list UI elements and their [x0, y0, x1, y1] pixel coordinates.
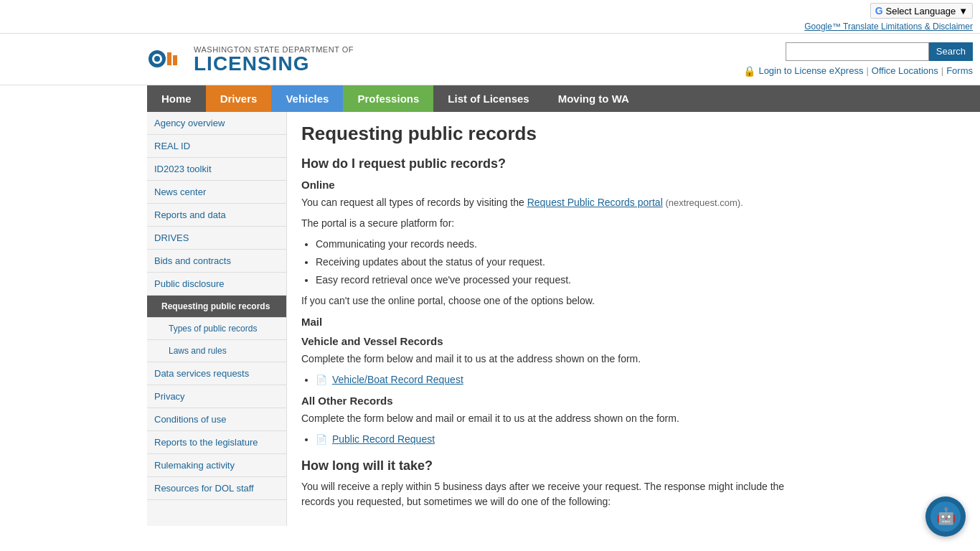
- svg-rect-3: [167, 52, 171, 65]
- subsection-all-other: All Other Records: [301, 395, 818, 407]
- sidebar-id2023-toolkit[interactable]: ID2023 toolkit: [147, 158, 286, 181]
- sidebar-reports-and-data[interactable]: Reports and data: [147, 204, 286, 227]
- page-title: Requesting public records: [301, 123, 818, 145]
- sidebar-reports-legislature[interactable]: Reports to the legislature: [147, 431, 286, 454]
- section-how-long: How long will it take?: [301, 458, 818, 474]
- bullet-retrieval: Easy record retrieval once we've process…: [316, 273, 818, 288]
- main-container: Agency overview REAL ID ID2023 toolkit N…: [0, 112, 980, 526]
- forms-link[interactable]: Forms: [946, 65, 973, 76]
- search-input[interactable]: [786, 42, 929, 61]
- select-language-button[interactable]: G Select Language ▼: [870, 3, 973, 19]
- subsection-mail: Mail: [301, 316, 818, 328]
- sidebar-public-disclosure[interactable]: Public disclosure: [147, 273, 286, 296]
- nav-list-of-licenses[interactable]: List of Licenses: [433, 85, 543, 112]
- header: WASHINGTON STATE DEPARTMENT OF LICENSING…: [0, 34, 980, 85]
- translate-row: G Select Language ▼: [7, 3, 973, 19]
- office-locations-link[interactable]: Office Locations: [872, 65, 938, 76]
- section-how-to-request: How do I request public records?: [301, 156, 818, 171]
- lock-icon: 🔒: [743, 65, 755, 77]
- select-language-label: Select Language: [886, 6, 956, 17]
- vehicle-form-list: 📄 Vehicle/Boat Record Request: [316, 372, 818, 387]
- svg-rect-4: [173, 55, 177, 65]
- para-portal: You can request all types of records by …: [301, 195, 818, 210]
- para-alternatives: If you can't use the online portal, choo…: [301, 293, 818, 309]
- para-other-form: Complete the form below and mail or emai…: [301, 411, 818, 426]
- sidebar-news-center[interactable]: News center: [147, 181, 286, 204]
- sidebar-conditions-of-use[interactable]: Conditions of use: [147, 408, 286, 431]
- pdf2-link[interactable]: Public Record Request: [332, 433, 435, 445]
- chatbot-inner: 🤖: [930, 501, 961, 526]
- sidebar-requesting-public-records[interactable]: Requesting public records: [147, 296, 286, 318]
- sidebar-bids-contracts[interactable]: Bids and contracts: [147, 250, 286, 273]
- sidebar-rulemaking-activity[interactable]: Rulemaking activity: [147, 454, 286, 477]
- nav-home[interactable]: Home: [147, 85, 206, 112]
- para-vehicle-form: Complete the form below and mail it to u…: [301, 352, 818, 367]
- para1-text: You can request all types of records by …: [301, 197, 527, 208]
- pdf1-icon: 📄: [316, 373, 327, 387]
- para-timeline: You will receive a reply within 5 busine…: [301, 479, 818, 509]
- translate-disclaimer-link[interactable]: Google™ Translate Limitations & Disclaim…: [804, 22, 973, 32]
- portal-link-note: (nextrequest.com).: [663, 197, 743, 208]
- bullet-receiving: Receiving updates about the status of yo…: [316, 255, 818, 270]
- search-button[interactable]: Search: [929, 42, 973, 61]
- logo-area: WASHINGTON STATE DEPARTMENT OF LICENSING: [147, 39, 354, 79]
- subsection-vehicle-vessel: Vehicle and Vessel Records: [301, 335, 818, 347]
- content-area: Requesting public records How do I reque…: [287, 112, 832, 526]
- sidebar-resources-dol-staff[interactable]: Resources for DOL staff: [147, 477, 286, 500]
- online-features-list: Communicating your records needs. Receiv…: [316, 237, 818, 288]
- agency-bottom-text: LICENSING: [194, 54, 354, 74]
- nav-drivers[interactable]: Drivers: [206, 85, 272, 112]
- robot-icon: 🤖: [936, 507, 956, 526]
- sidebar-real-id[interactable]: REAL ID: [147, 135, 286, 158]
- main-nav: Home Drivers Vehicles Professions List o…: [147, 85, 980, 112]
- subsection-online: Online: [301, 179, 818, 191]
- sidebar-laws-rules[interactable]: Laws and rules: [147, 340, 286, 362]
- top-bar: G Select Language ▼ Google™ Translate Li…: [0, 0, 980, 34]
- nav-professions[interactable]: Professions: [343, 85, 433, 112]
- header-links: 🔒 Login to License eXpress | Office Loca…: [743, 65, 973, 77]
- portal-link[interactable]: Request Public Records portal: [527, 197, 663, 208]
- google-g-icon: G: [875, 5, 883, 17]
- agency-name: WASHINGTON STATE DEPARTMENT OF LICENSING: [194, 45, 354, 74]
- translate-disclaimer-row: Google™ Translate Limitations & Disclaim…: [7, 20, 973, 32]
- search-bar: Search: [786, 42, 973, 61]
- bullet-communicating: Communicating your records needs.: [316, 237, 818, 252]
- pdf2-item: 📄 Public Record Request: [316, 432, 818, 447]
- sidebar-drives[interactable]: DRIVES: [147, 227, 286, 250]
- dol-logo: [147, 39, 187, 79]
- login-link[interactable]: Login to License eXpress: [758, 65, 863, 76]
- sidebar-agency-overview[interactable]: Agency overview: [147, 112, 286, 135]
- sidebar: Agency overview REAL ID ID2023 toolkit N…: [147, 112, 287, 526]
- svg-point-2: [154, 56, 160, 62]
- pdf1-link[interactable]: Vehicle/Boat Record Request: [332, 374, 463, 385]
- sidebar-types-public-records[interactable]: Types of public records: [147, 318, 286, 340]
- pdf2-icon: 📄: [316, 433, 327, 447]
- chevron-down-icon: ▼: [958, 6, 968, 17]
- header-right: Search 🔒 Login to License eXpress | Offi…: [743, 42, 973, 77]
- para-platform: The portal is a secure platform for:: [301, 216, 818, 231]
- sidebar-data-services-requests[interactable]: Data services requests: [147, 362, 286, 385]
- pdf1-item: 📄 Vehicle/Boat Record Request: [316, 372, 818, 387]
- nav-moving-to-wa[interactable]: Moving to WA: [544, 85, 644, 112]
- sidebar-privacy[interactable]: Privacy: [147, 385, 286, 408]
- nav-vehicles[interactable]: Vehicles: [271, 85, 343, 112]
- other-form-list: 📄 Public Record Request: [316, 432, 818, 447]
